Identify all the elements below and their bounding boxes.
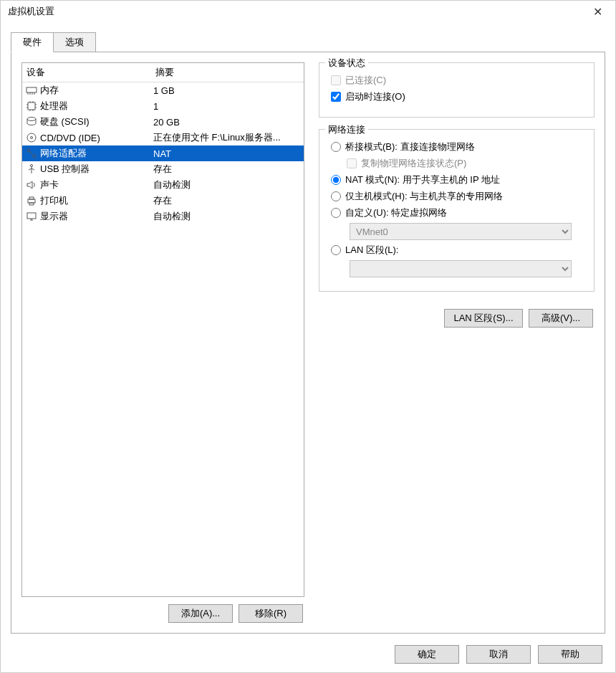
hardware-row[interactable]: 声卡自动检测: [22, 177, 304, 193]
lan-select: [350, 260, 572, 277]
cancel-button[interactable]: 取消: [466, 645, 531, 664]
help-button[interactable]: 帮助: [538, 645, 602, 664]
nat-label: NAT 模式(N): 用于共享主机的 IP 地址: [345, 173, 500, 186]
hardware-row[interactable]: 显示器自动检测: [22, 209, 304, 224]
ok-button[interactable]: 确定: [395, 645, 459, 664]
hardware-row[interactable]: 内存1 GB: [22, 82, 304, 98]
device-summary: 1 GB: [153, 85, 301, 96]
connect-on-power-label: 启动时连接(O): [345, 90, 405, 103]
device-summary: 20 GB: [153, 117, 301, 128]
device-name: 显示器: [40, 210, 153, 223]
hardware-row[interactable]: CD/DVD (IDE)正在使用文件 F:\Linux服务器...: [22, 130, 304, 145]
device-name: 网络适配器: [40, 147, 153, 160]
network-connection-legend: 网络连接: [325, 123, 368, 136]
device-name: 内存: [40, 84, 153, 97]
mem-icon: [25, 85, 38, 96]
network-connection-group: 网络连接 桥接模式(B): 直接连接物理网络 复制物理网络连接状态(P) NAT…: [319, 129, 595, 292]
net-icon: [25, 148, 38, 159]
device-name: 打印机: [40, 194, 153, 207]
col-header-device[interactable]: 设备: [22, 63, 151, 82]
device-summary: 正在使用文件 F:\Linux服务器...: [153, 131, 301, 144]
advanced-button[interactable]: 高级(V)...: [529, 309, 593, 328]
device-status-legend: 设备状态: [325, 57, 368, 70]
device-summary: 1: [153, 101, 301, 112]
device-name: 处理器: [40, 100, 153, 113]
hostonly-label: 仅主机模式(H): 与主机共享的专用网络: [345, 190, 503, 203]
device-summary: NAT: [153, 148, 301, 159]
col-header-summary[interactable]: 摘要: [151, 63, 304, 82]
prn-icon: [25, 195, 38, 206]
add-button[interactable]: 添加(A)...: [168, 604, 233, 623]
remove-button[interactable]: 移除(R): [239, 604, 303, 623]
lan-segment-button[interactable]: LAN 区段(S)...: [444, 309, 523, 328]
device-name: 硬盘 (SCSI): [40, 115, 153, 128]
device-status-group: 设备状态 已连接(C) 启动时连接(O): [319, 62, 595, 118]
custom-radio[interactable]: [331, 208, 341, 218]
lan-label: LAN 区段(L):: [345, 244, 398, 257]
hardware-row[interactable]: 网络适配器NAT: [22, 145, 304, 161]
nat-radio[interactable]: [331, 175, 341, 185]
connect-on-power-checkbox[interactable]: [331, 92, 341, 102]
connected-checkbox: [331, 75, 341, 85]
hardware-row[interactable]: 硬盘 (SCSI)20 GB: [22, 114, 304, 130]
hardware-list[interactable]: 设备 摘要 内存1 GB处理器1硬盘 (SCSI)20 GBCD/DVD (ID…: [21, 62, 304, 597]
device-summary: 存在: [153, 163, 301, 176]
connected-label: 已连接(C): [345, 74, 386, 87]
device-name: CD/DVD (IDE): [40, 133, 153, 143]
snd-icon: [25, 179, 38, 191]
disp-icon: [25, 211, 38, 222]
tab-options[interactable]: 选项: [53, 32, 96, 52]
window-title: 虚拟机设置: [8, 5, 587, 18]
hardware-row[interactable]: 打印机存在: [22, 193, 304, 209]
lan-radio[interactable]: [331, 245, 341, 255]
hardware-row[interactable]: USB 控制器存在: [22, 161, 304, 177]
tabstrip: 硬件 选项: [11, 32, 605, 52]
device-name: 声卡: [40, 178, 153, 191]
replicate-label: 复制物理网络连接状态(P): [361, 157, 466, 170]
device-summary: 自动检测: [153, 210, 301, 223]
bridge-radio[interactable]: [331, 142, 341, 152]
hdd-icon: [25, 116, 38, 128]
usb-icon: [25, 163, 38, 175]
device-name: USB 控制器: [40, 163, 153, 176]
custom-label: 自定义(U): 特定虚拟网络: [345, 206, 447, 219]
close-icon[interactable]: ✕: [587, 2, 608, 22]
device-summary: 存在: [153, 194, 301, 207]
cpu-icon: [25, 100, 38, 112]
bridge-label: 桥接模式(B): 直接连接物理网络: [345, 140, 475, 153]
hostonly-radio[interactable]: [331, 191, 341, 201]
hardware-list-header: 设备 摘要: [22, 63, 304, 82]
device-summary: 自动检测: [153, 178, 301, 191]
replicate-checkbox: [347, 158, 357, 168]
cd-icon: [25, 132, 38, 143]
tab-hardware[interactable]: 硬件: [11, 32, 54, 52]
hardware-row[interactable]: 处理器1: [22, 98, 304, 114]
custom-select: VMnet0: [350, 223, 572, 240]
